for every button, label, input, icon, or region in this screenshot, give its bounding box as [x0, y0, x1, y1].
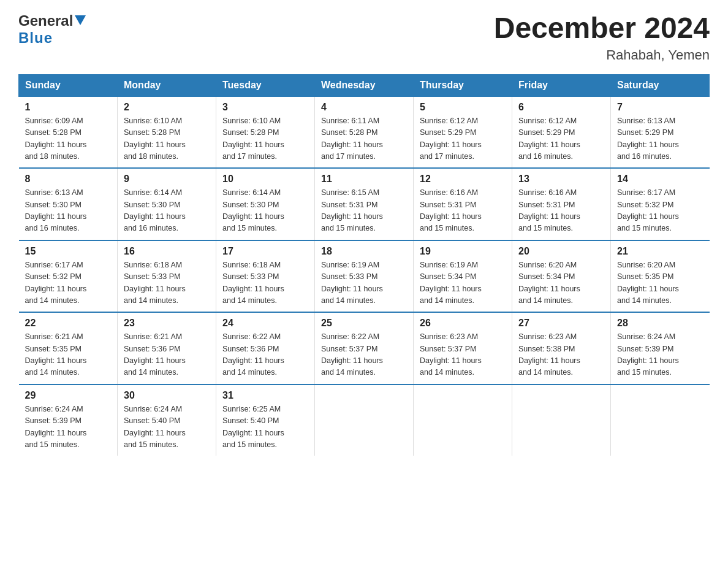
day-number: 6 [518, 102, 604, 113]
calendar-cell: 21 Sunrise: 6:20 AM Sunset: 5:35 PM Dayl… [611, 240, 710, 313]
day-number: 29 [25, 390, 112, 401]
week-row-1: 1 Sunrise: 6:09 AM Sunset: 5:28 PM Dayli… [19, 96, 710, 169]
calendar-cell: 14 Sunrise: 6:17 AM Sunset: 5:32 PM Dayl… [611, 168, 710, 240]
day-info: Sunrise: 6:18 AM Sunset: 5:33 PM Dayligh… [222, 259, 308, 307]
calendar-cell: 10 Sunrise: 6:14 AM Sunset: 5:30 PM Dayl… [216, 168, 315, 240]
day-info: Sunrise: 6:10 AM Sunset: 5:28 PM Dayligh… [124, 115, 210, 163]
day-info: Sunrise: 6:14 AM Sunset: 5:30 PM Dayligh… [222, 187, 308, 235]
logo-arrow-icon [75, 15, 86, 28]
day-info: Sunrise: 6:22 AM Sunset: 5:37 PM Dayligh… [321, 331, 407, 379]
day-number: 7 [617, 102, 703, 113]
day-number: 18 [321, 246, 407, 257]
calendar-cell [611, 385, 710, 456]
day-info: Sunrise: 6:23 AM Sunset: 5:38 PM Dayligh… [518, 331, 604, 379]
day-number: 12 [420, 174, 506, 185]
calendar-cell: 3 Sunrise: 6:10 AM Sunset: 5:28 PM Dayli… [216, 96, 315, 169]
calendar-cell: 9 Sunrise: 6:14 AM Sunset: 5:30 PM Dayli… [118, 168, 216, 240]
calendar-cell: 19 Sunrise: 6:19 AM Sunset: 5:34 PM Dayl… [414, 240, 512, 313]
day-info: Sunrise: 6:20 AM Sunset: 5:34 PM Dayligh… [518, 259, 604, 307]
day-number: 1 [25, 102, 112, 113]
day-number: 9 [124, 174, 210, 185]
calendar-cell: 15 Sunrise: 6:17 AM Sunset: 5:32 PM Dayl… [19, 240, 118, 313]
day-number: 2 [124, 102, 210, 113]
day-number: 4 [321, 102, 407, 113]
day-number: 14 [617, 174, 703, 185]
day-number: 3 [222, 102, 308, 113]
day-number: 8 [25, 174, 112, 185]
day-number: 5 [420, 102, 506, 113]
day-number: 17 [222, 246, 308, 257]
calendar-cell: 30 Sunrise: 6:24 AM Sunset: 5:40 PM Dayl… [118, 385, 216, 456]
calendar-cell: 5 Sunrise: 6:12 AM Sunset: 5:29 PM Dayli… [414, 96, 512, 169]
weekday-header-monday: Monday [118, 74, 216, 96]
calendar-cell [315, 385, 414, 456]
calendar-cell: 18 Sunrise: 6:19 AM Sunset: 5:33 PM Dayl… [315, 240, 414, 313]
calendar-cell: 6 Sunrise: 6:12 AM Sunset: 5:29 PM Dayli… [512, 96, 611, 169]
day-info: Sunrise: 6:24 AM Sunset: 5:40 PM Dayligh… [124, 404, 210, 451]
week-row-4: 22 Sunrise: 6:21 AM Sunset: 5:35 PM Dayl… [19, 312, 710, 385]
day-info: Sunrise: 6:16 AM Sunset: 5:31 PM Dayligh… [420, 187, 506, 235]
calendar-cell [512, 385, 611, 456]
calendar-cell: 8 Sunrise: 6:13 AM Sunset: 5:30 PM Dayli… [19, 168, 118, 240]
day-number: 15 [25, 246, 112, 257]
day-number: 10 [222, 174, 308, 185]
day-number: 30 [124, 390, 210, 401]
calendar-cell: 29 Sunrise: 6:24 AM Sunset: 5:39 PM Dayl… [19, 385, 118, 456]
day-info: Sunrise: 6:24 AM Sunset: 5:39 PM Dayligh… [617, 331, 703, 379]
calendar-cell: 28 Sunrise: 6:24 AM Sunset: 5:39 PM Dayl… [611, 312, 710, 385]
calendar-table: SundayMondayTuesdayWednesdayThursdayFrid… [18, 74, 710, 456]
calendar-title: December 2024 [494, 12, 710, 45]
calendar-cell: 17 Sunrise: 6:18 AM Sunset: 5:33 PM Dayl… [216, 240, 315, 313]
calendar-cell: 26 Sunrise: 6:23 AM Sunset: 5:37 PM Dayl… [414, 312, 512, 385]
calendar-subtitle: Rahabah, Yemen [494, 47, 710, 63]
week-row-5: 29 Sunrise: 6:24 AM Sunset: 5:39 PM Dayl… [19, 385, 710, 456]
day-number: 13 [518, 174, 604, 185]
day-info: Sunrise: 6:13 AM Sunset: 5:30 PM Dayligh… [25, 187, 112, 235]
calendar-cell: 12 Sunrise: 6:16 AM Sunset: 5:31 PM Dayl… [414, 168, 512, 240]
calendar-cell: 11 Sunrise: 6:15 AM Sunset: 5:31 PM Dayl… [315, 168, 414, 240]
calendar-cell: 2 Sunrise: 6:10 AM Sunset: 5:28 PM Dayli… [118, 96, 216, 169]
day-number: 20 [518, 246, 604, 257]
day-number: 21 [617, 246, 703, 257]
day-info: Sunrise: 6:24 AM Sunset: 5:39 PM Dayligh… [25, 404, 112, 451]
calendar-cell: 25 Sunrise: 6:22 AM Sunset: 5:37 PM Dayl… [315, 312, 414, 385]
calendar-cell: 7 Sunrise: 6:13 AM Sunset: 5:29 PM Dayli… [611, 96, 710, 169]
day-number: 22 [25, 318, 112, 329]
day-number: 24 [222, 318, 308, 329]
page-header: General Blue December 2024 Rahabah, Yeme… [18, 12, 710, 63]
calendar-cell: 27 Sunrise: 6:23 AM Sunset: 5:38 PM Dayl… [512, 312, 611, 385]
day-info: Sunrise: 6:11 AM Sunset: 5:28 PM Dayligh… [321, 115, 407, 163]
day-info: Sunrise: 6:19 AM Sunset: 5:34 PM Dayligh… [420, 259, 506, 307]
calendar-cell: 1 Sunrise: 6:09 AM Sunset: 5:28 PM Dayli… [19, 96, 118, 169]
day-number: 26 [420, 318, 506, 329]
day-info: Sunrise: 6:12 AM Sunset: 5:29 PM Dayligh… [420, 115, 506, 163]
weekday-header-saturday: Saturday [611, 74, 710, 96]
day-number: 27 [518, 318, 604, 329]
title-section: December 2024 Rahabah, Yemen [494, 12, 710, 63]
calendar-cell: 4 Sunrise: 6:11 AM Sunset: 5:28 PM Dayli… [315, 96, 414, 169]
svg-marker-0 [75, 15, 86, 25]
week-row-2: 8 Sunrise: 6:13 AM Sunset: 5:30 PM Dayli… [19, 168, 710, 240]
day-info: Sunrise: 6:10 AM Sunset: 5:28 PM Dayligh… [222, 115, 308, 163]
day-info: Sunrise: 6:22 AM Sunset: 5:36 PM Dayligh… [222, 331, 308, 379]
calendar-cell: 23 Sunrise: 6:21 AM Sunset: 5:36 PM Dayl… [118, 312, 216, 385]
day-info: Sunrise: 6:18 AM Sunset: 5:33 PM Dayligh… [124, 259, 210, 307]
day-info: Sunrise: 6:12 AM Sunset: 5:29 PM Dayligh… [518, 115, 604, 163]
weekday-header-sunday: Sunday [19, 74, 118, 96]
logo: General Blue [18, 12, 86, 47]
day-info: Sunrise: 6:16 AM Sunset: 5:31 PM Dayligh… [518, 187, 604, 235]
calendar-cell: 20 Sunrise: 6:20 AM Sunset: 5:34 PM Dayl… [512, 240, 611, 313]
day-info: Sunrise: 6:21 AM Sunset: 5:36 PM Dayligh… [124, 331, 210, 379]
day-info: Sunrise: 6:14 AM Sunset: 5:30 PM Dayligh… [124, 187, 210, 235]
day-number: 23 [124, 318, 210, 329]
day-info: Sunrise: 6:21 AM Sunset: 5:35 PM Dayligh… [25, 331, 112, 379]
day-number: 31 [222, 390, 308, 401]
calendar-cell: 22 Sunrise: 6:21 AM Sunset: 5:35 PM Dayl… [19, 312, 118, 385]
weekday-header-thursday: Thursday [414, 74, 512, 96]
day-info: Sunrise: 6:17 AM Sunset: 5:32 PM Dayligh… [617, 187, 703, 235]
logo-general: General [18, 12, 73, 29]
day-number: 19 [420, 246, 506, 257]
calendar-cell [414, 385, 512, 456]
calendar-cell: 16 Sunrise: 6:18 AM Sunset: 5:33 PM Dayl… [118, 240, 216, 313]
day-info: Sunrise: 6:09 AM Sunset: 5:28 PM Dayligh… [25, 115, 112, 163]
